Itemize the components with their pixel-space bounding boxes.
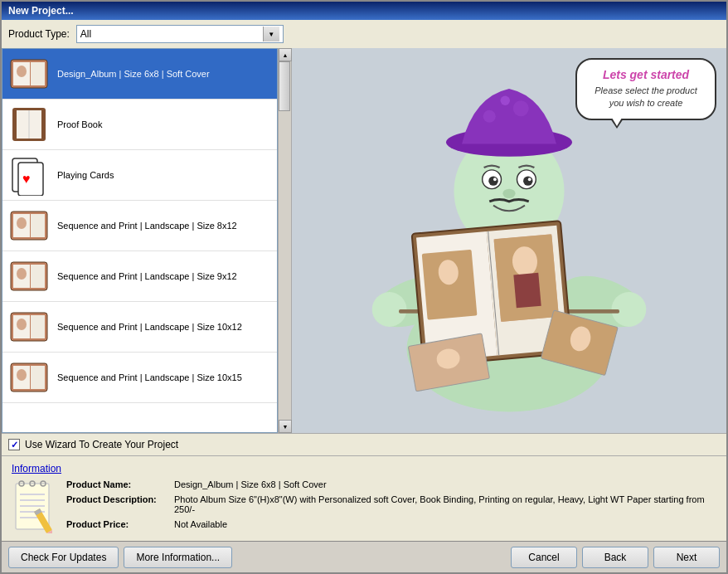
footer-bar: Check For Updates More Information... Ca… xyxy=(2,541,726,572)
product-item[interactable]: Sequence and Print | Landscape | Size 8x… xyxy=(2,201,277,251)
info-rows: Product Name: Design_Album | Size 6x8 | … xyxy=(66,479,716,534)
content-area: Product Type: All ▼ Design_Album | Size … xyxy=(2,20,726,572)
product-desc-row: Product Description: Photo Album Size 6"… xyxy=(66,494,716,514)
check-updates-button[interactable]: Check For Updates xyxy=(8,547,119,568)
product-name-text: Sequence and Print | Landscape | Size 10… xyxy=(57,321,242,333)
notepad-icon xyxy=(12,479,53,533)
product-item[interactable]: Sequence and Print | Landscape | Size 9x… xyxy=(2,251,277,302)
footer-left: Check For Updates More Information... xyxy=(8,547,232,568)
svg-rect-52 xyxy=(513,273,541,308)
product-type-bar: Product Type: All ▼ xyxy=(2,20,726,48)
product-item[interactable]: Sequence and Print | Landscape | Size 10… xyxy=(2,353,277,403)
product-name-row: Product Name: Design_Album | Size 6x8 | … xyxy=(66,479,716,489)
svg-point-3 xyxy=(17,66,27,77)
product-thumbnail xyxy=(7,52,51,95)
product-item[interactable]: Design_Album | Size 6x8 | Soft Cover xyxy=(2,49,277,100)
product-thumbnail xyxy=(7,204,51,247)
product-item[interactable]: Proof Book xyxy=(2,100,277,150)
product-thumbnail: ♥ xyxy=(7,153,51,197)
info-content: Product Name: Design_Album | Size 6x8 | … xyxy=(12,479,716,534)
scroll-track xyxy=(279,61,291,420)
select-dropdown-arrow[interactable]: ▼ xyxy=(263,27,279,41)
information-section: Information xyxy=(2,455,726,541)
product-price-row: Product Price: Not Available xyxy=(66,519,716,529)
wizard-checkbox-bar: ✓ Use Wizard To Create Your Project xyxy=(2,433,726,455)
wizard-checkbox-label: Use Wizard To Create Your Project xyxy=(25,439,178,450)
next-button[interactable]: Next xyxy=(653,547,720,568)
product-thumbnail xyxy=(7,356,51,399)
main-panel: Design_Album | Size 6x8 | Soft CoverProo… xyxy=(2,48,726,433)
scrollbar[interactable]: ▲ ▼ xyxy=(278,48,291,433)
svg-text:♥: ♥ xyxy=(22,172,31,186)
svg-point-37 xyxy=(493,178,497,181)
product-desc-label: Product Description: xyxy=(66,494,174,504)
svg-point-21 xyxy=(17,319,27,330)
svg-rect-12 xyxy=(31,214,45,237)
svg-point-36 xyxy=(523,176,532,185)
product-name-text: Sequence and Print | Landscape | Size 10… xyxy=(57,372,242,383)
product-name-value: Design_Album | Size 6x8 | Soft Cover xyxy=(174,479,716,489)
product-name-text: Sequence and Print | Landscape | Size 9x… xyxy=(57,270,237,282)
svg-point-17 xyxy=(17,268,27,280)
svg-rect-24 xyxy=(31,366,45,389)
scroll-up-button[interactable]: ▲ xyxy=(279,48,292,61)
checkbox-checkmark: ✓ xyxy=(11,440,18,450)
product-thumbnail xyxy=(7,305,51,348)
scroll-thumb[interactable] xyxy=(279,61,290,111)
product-desc-value: Photo Album Size 6"(H)x8"(W) with Person… xyxy=(174,494,716,514)
album-svg xyxy=(393,209,625,392)
product-list: Design_Album | Size 6x8 | Soft CoverProo… xyxy=(2,48,278,433)
window-title: New Project... xyxy=(8,5,74,17)
wizard-checkbox[interactable]: ✓ xyxy=(8,439,20,450)
product-item[interactable]: Sequence and Print | Landscape | Size 10… xyxy=(2,302,277,353)
svg-point-38 xyxy=(528,178,531,181)
svg-point-25 xyxy=(17,369,27,381)
product-name-text: Design_Album | Size 6x8 | Soft Cover xyxy=(57,68,210,80)
product-type-select[interactable]: All ▼ xyxy=(76,25,284,43)
product-type-label: Product Type: xyxy=(8,28,70,40)
product-name-label: Product Name: xyxy=(66,479,174,489)
more-info-button[interactable]: More Information... xyxy=(124,547,232,568)
wizard-illustration: Lets get started Please select the produ… xyxy=(292,48,726,433)
svg-point-39 xyxy=(502,189,515,198)
product-name-text: Sequence and Print | Landscape | Size 8x… xyxy=(57,220,237,231)
product-type-value: All xyxy=(80,28,263,40)
footer-right: Cancel Back Next xyxy=(511,547,720,568)
scroll-down-button[interactable]: ▼ xyxy=(279,420,292,433)
title-bar: New Project... xyxy=(2,2,726,20)
cancel-button[interactable]: Cancel xyxy=(511,547,577,568)
product-name-text: Playing Cards xyxy=(57,169,114,181)
svg-point-35 xyxy=(488,176,497,185)
svg-point-41 xyxy=(483,110,496,123)
info-header: Information xyxy=(12,463,716,474)
svg-rect-20 xyxy=(31,315,45,338)
product-thumbnail xyxy=(7,255,51,298)
product-item[interactable]: ♥Playing Cards xyxy=(2,150,277,201)
back-button[interactable]: Back xyxy=(582,547,648,568)
left-panel: Design_Album | Size 6x8 | Soft CoverProo… xyxy=(2,48,292,433)
svg-point-13 xyxy=(17,217,27,229)
main-window: New Project... Product Type: All ▼ Desig… xyxy=(0,0,728,574)
svg-point-43 xyxy=(501,96,510,105)
product-thumbnail xyxy=(7,103,51,146)
product-name-text: Proof Book xyxy=(57,119,102,130)
product-price-label: Product Price: xyxy=(66,519,174,529)
svg-rect-16 xyxy=(31,265,45,288)
svg-point-42 xyxy=(513,100,529,116)
svg-rect-2 xyxy=(31,62,45,85)
album-display xyxy=(393,209,625,416)
product-price-value: Not Available xyxy=(174,519,716,529)
right-panel: Lets get started Please select the produ… xyxy=(292,48,726,433)
